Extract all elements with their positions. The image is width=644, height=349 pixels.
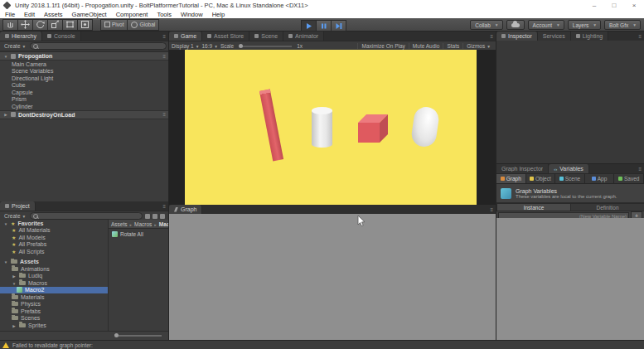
tab-console[interactable]: Console (42, 32, 81, 41)
folder-animations[interactable]: Animations (0, 265, 108, 273)
maximize-on-play-button[interactable]: Maximize On Play (357, 43, 408, 49)
tab-services[interactable]: Services (538, 32, 571, 41)
account-button[interactable]: Account (528, 20, 564, 30)
project-search-input[interactable] (40, 214, 139, 219)
search-by-type-icon[interactable] (145, 214, 150, 219)
step-button[interactable] (331, 20, 346, 32)
tab-variables[interactable]: Variables (549, 164, 589, 173)
icon-size-slider[interactable] (116, 335, 162, 337)
folder-sprites[interactable]: Sprites (0, 322, 108, 329)
move-tool-button[interactable] (17, 19, 33, 31)
kind-tab-app[interactable]: App (585, 174, 615, 183)
hierarchy-item-scene-variables[interactable]: Scene Variables (0, 68, 168, 75)
transform-tool-button[interactable] (77, 19, 93, 31)
panel-menu-icon[interactable] (638, 34, 644, 39)
status-bar[interactable]: Failed to revalidate graph pointer: (0, 340, 644, 349)
search-by-label-icon[interactable] (153, 214, 157, 219)
foldout-arrow-icon[interactable] (12, 273, 17, 279)
graph-canvas[interactable] (169, 214, 496, 340)
breadcrumb-assets[interactable]: Assets (111, 221, 128, 227)
scene-row-dontdestroyonload[interactable]: DontDestroyOnLoad (0, 110, 168, 119)
gizmos-dropdown[interactable]: Gizmos (462, 43, 493, 49)
foldout-arrow-icon[interactable] (12, 322, 17, 329)
favorite-search-icon[interactable] (160, 214, 165, 219)
menu-gameobject[interactable]: GameObject (72, 11, 107, 18)
panel-menu-icon[interactable] (638, 167, 644, 172)
menu-tools[interactable]: Tools (157, 11, 172, 18)
kind-tab-object[interactable]: Object (526, 174, 556, 183)
close-button[interactable]: × (624, 0, 644, 11)
tab-project[interactable]: Project (0, 201, 36, 211)
asset-rotate-all[interactable]: Rotate All (109, 229, 168, 240)
hierarchy-item-capsule[interactable]: Capsule (0, 89, 168, 96)
play-button[interactable] (301, 20, 317, 32)
tab-scene[interactable]: Scene (249, 32, 283, 41)
tab-lighting[interactable]: Lighting (571, 32, 609, 41)
tab-animator[interactable]: Animator (283, 32, 324, 41)
menu-component[interactable]: Component (116, 11, 148, 18)
assets-root[interactable]: Assets (0, 259, 108, 266)
minimize-button[interactable]: – (584, 0, 604, 11)
pause-button[interactable] (316, 20, 332, 32)
favorites-root[interactable]: Favorites (0, 220, 108, 227)
foldout-arrow-icon[interactable] (3, 259, 8, 265)
folder-physics[interactable]: Physics (0, 301, 108, 308)
tab-inspector[interactable]: Inspector (496, 32, 538, 41)
mode-tab-instance[interactable]: Instance (496, 203, 571, 211)
kind-tab-graph[interactable]: Graph (496, 174, 526, 183)
menu-window[interactable]: Window (181, 11, 203, 18)
hierarchy-item-directional-light[interactable]: Directional Light (0, 75, 168, 82)
hand-tool-button[interactable] (2, 19, 18, 31)
mute-audio-button[interactable]: Mute Audio (409, 43, 443, 49)
maximize-button[interactable]: □ (604, 0, 624, 11)
hierarchy-item-cylinder[interactable]: Cylinder (0, 103, 168, 110)
stats-button[interactable]: Stats (443, 43, 462, 49)
breadcrumb-macros[interactable]: Macros (128, 221, 153, 227)
foldout-arrow-icon[interactable] (12, 280, 17, 287)
cloud-services-button[interactable] (506, 20, 525, 30)
hierarchy-item-prism[interactable]: Prism (0, 96, 168, 104)
project-search-field[interactable] (30, 212, 143, 220)
favorite-all-prefabs[interactable]: All Prefabs (0, 241, 108, 249)
menu-assets[interactable]: Assets (44, 11, 63, 18)
mode-tab-definition[interactable]: Definition (570, 203, 644, 211)
global-button[interactable]: Global (127, 19, 159, 31)
tab-graph-inspector[interactable]: Graph Inspector (496, 164, 549, 173)
tab-game[interactable]: Game (169, 32, 202, 41)
hierarchy-item-cube[interactable]: Cube (0, 82, 168, 90)
hierarchy-search-field[interactable] (30, 42, 167, 50)
project-create-button[interactable]: Create (2, 212, 27, 220)
rotate-tool-button[interactable] (32, 19, 48, 31)
foldout-arrow-icon[interactable] (3, 221, 8, 227)
layout-button[interactable]: Bolt Gfx (604, 20, 641, 30)
tab-graph[interactable]: Graph (169, 205, 202, 214)
tab-hierarchy[interactable]: Hierarchy (0, 32, 42, 41)
scale-tool-button[interactable] (47, 19, 63, 31)
collab-button[interactable]: Collab (470, 20, 502, 30)
favorite-all-materials[interactable]: All Materials (0, 227, 108, 235)
hierarchy-item-main-camera[interactable]: Main Camera (0, 61, 168, 68)
kind-tab-saved[interactable]: Saved (614, 174, 644, 183)
menu-file[interactable]: File (5, 11, 15, 18)
tab-asset-store[interactable]: Asset Store (202, 32, 249, 41)
folder-prefabs[interactable]: Prefabs (0, 308, 108, 315)
folder-ludiq[interactable]: Ludiq (0, 273, 108, 280)
foldout-arrow-icon[interactable] (3, 111, 8, 118)
game-viewport[interactable] (169, 50, 496, 205)
favorite-all-models[interactable]: All Models (0, 234, 108, 241)
menu-help[interactable]: Help (212, 11, 225, 18)
hierarchy-search-input[interactable] (40, 44, 163, 49)
layers-button[interactable]: Layers (568, 20, 601, 30)
menu-edit[interactable]: Edit (24, 11, 35, 18)
folder-macros[interactable]: Macros (0, 279, 108, 287)
rect-tool-button[interactable] (62, 19, 78, 31)
scale-slider[interactable] (239, 46, 292, 47)
pivot-button[interactable]: Pivot (100, 19, 128, 31)
favorite-all-scripts[interactable]: All Scripts (0, 248, 108, 255)
asset-macro2-selected[interactable]: Macro2 (0, 287, 108, 294)
folder-materials[interactable]: Materials (0, 293, 108, 301)
display-dropdown[interactable]: Display 1 (172, 43, 199, 49)
scene-row-propogation[interactable]: Propogation (0, 51, 168, 61)
kind-tab-scene[interactable]: Scene (555, 174, 585, 183)
folder-scenes[interactable]: Scenes (0, 315, 108, 322)
